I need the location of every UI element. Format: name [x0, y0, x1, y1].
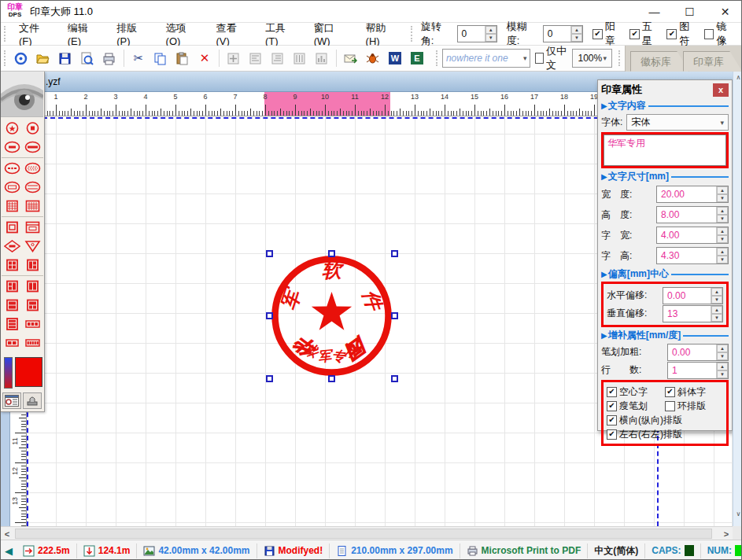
palette-cells-3rows[interactable]: [2, 315, 22, 333]
toggle-镜像[interactable]: 镜像: [704, 20, 736, 48]
stamp-text-input[interactable]: 华军专用: [604, 134, 726, 166]
new-icon[interactable]: [12, 49, 31, 68]
toggle-图符[interactable]: ✔图符: [666, 20, 699, 48]
tab-logo-library[interactable]: 徽标库: [630, 51, 689, 72]
selection-handle[interactable]: [266, 250, 273, 257]
spin-down-icon[interactable]: ▼: [717, 370, 728, 378]
selection-handle[interactable]: [391, 312, 398, 319]
palette-options-button[interactable]: [2, 392, 21, 409]
option-横向(纵向)排版[interactable]: ✔横向(纵向)排版: [607, 413, 723, 427]
palette-cells-vsplit[interactable]: [22, 277, 42, 296]
horizontal-scrollbar[interactable]: < >: [1, 526, 733, 540]
align-indent-icon[interactable]: [268, 49, 287, 68]
toggle-五星[interactable]: ✔五星: [629, 20, 662, 48]
palette-circle-square[interactable]: [22, 119, 42, 138]
preview-icon[interactable]: [78, 49, 97, 68]
status-nav-left-icon[interactable]: ◀: [1, 545, 17, 557]
text-size-row-spinner[interactable]: 4.30▲▼: [656, 247, 729, 264]
selection-handle[interactable]: [328, 250, 335, 257]
toolbar-grip[interactable]: [436, 50, 440, 66]
distribute-icon[interactable]: [290, 49, 309, 68]
open-icon[interactable]: [34, 49, 53, 68]
spin-down-icon[interactable]: ▼: [717, 215, 728, 223]
toggle-阳章[interactable]: ✔阳章: [592, 20, 625, 48]
export-icon[interactable]: [341, 49, 360, 68]
spin-up-icon[interactable]: ▲: [711, 288, 722, 296]
spin-up-icon[interactable]: ▲: [717, 186, 728, 194]
tab-stamp-library[interactable]: 印章库: [683, 51, 742, 72]
palette-cells-2rows[interactable]: [2, 296, 22, 315]
spin-down-icon[interactable]: ▼: [717, 352, 728, 360]
palette-cells-left[interactable]: [2, 277, 22, 296]
palette-ellipse-dotted[interactable]: [22, 159, 42, 178]
blur-spinner[interactable]: 0 ▲▼: [543, 25, 583, 42]
align-left-icon[interactable]: [246, 49, 265, 68]
option-瘦笔划[interactable]: ✔瘦笔划: [607, 399, 665, 413]
palette-cells-2x2[interactable]: [2, 256, 22, 274]
spin-down-icon[interactable]: ▼: [717, 194, 728, 202]
selection-handle[interactable]: [328, 375, 335, 382]
toolbar-grip[interactable]: [411, 26, 415, 42]
cut-icon[interactable]: ✂: [129, 49, 148, 68]
palette-cells-3small[interactable]: [22, 315, 42, 333]
spin-up-icon[interactable]: ▲: [717, 207, 728, 215]
font-select[interactable]: 宋体 ▾: [626, 114, 729, 131]
palette-ellipse-bar[interactable]: [2, 138, 22, 157]
palette-circle-star[interactable]: [2, 119, 22, 138]
color-gradient-bar[interactable]: [4, 357, 13, 389]
toolbar-grip[interactable]: [4, 50, 8, 66]
spin-down-icon[interactable]: ▼: [711, 296, 722, 304]
toolbar-grip[interactable]: [4, 26, 9, 42]
only-chinese-checkbox[interactable]: 仅中文: [535, 44, 567, 72]
option-斜体字[interactable]: ✔斜体字: [665, 385, 723, 399]
palette-ellipse-hatch[interactable]: [22, 178, 42, 197]
option-环排版[interactable]: 环排版: [665, 399, 723, 413]
stamp-tool-button[interactable]: [23, 392, 42, 409]
bug-icon[interactable]: [364, 49, 382, 68]
spin-up-icon[interactable]: ▲: [717, 248, 728, 256]
palette-cells-top[interactable]: [22, 296, 42, 315]
spin-up-icon[interactable]: ▲: [717, 363, 728, 370]
text-size-row-spinner[interactable]: 20.00▲▼: [656, 186, 729, 203]
spin-up-icon[interactable]: ▲: [711, 306, 722, 314]
offset-row-spinner[interactable]: 0.00▲▼: [663, 287, 723, 304]
palette-triangle[interactable]: [22, 237, 42, 256]
stamp-object[interactable]: 军软件华园华军专用: [266, 250, 397, 381]
offset-row-spinner[interactable]: 13▲▼: [663, 305, 723, 322]
font-preview-combo[interactable]: nowhere it one ▾: [442, 49, 531, 68]
paste-icon[interactable]: [173, 49, 192, 68]
text-size-row-spinner[interactable]: 8.00▲▼: [656, 206, 729, 223]
palette-grid-wide[interactable]: [22, 197, 42, 216]
palette-ellipse-dashdot[interactable]: [2, 159, 22, 178]
palette-cells-5small[interactable]: [22, 333, 42, 352]
close-button[interactable]: ✕: [707, 1, 742, 22]
option-左右(右左)排版[interactable]: ✔左右(右左)排版: [607, 427, 723, 441]
save-icon[interactable]: [56, 49, 75, 68]
chart-icon[interactable]: [312, 49, 331, 68]
spin-up-icon[interactable]: ▲: [717, 227, 728, 235]
spin-down-icon[interactable]: ▼: [717, 256, 728, 263]
palette-grid-square[interactable]: [2, 197, 22, 216]
palette-cells-right[interactable]: [22, 256, 42, 274]
palette-rect-topband[interactable]: [22, 218, 42, 237]
word-icon[interactable]: W: [386, 49, 404, 68]
spin-down-icon[interactable]: ▼: [711, 314, 722, 322]
print-icon[interactable]: [100, 49, 119, 68]
spin-down-icon[interactable]: ▼: [717, 235, 728, 243]
palette-ellipse-bar2[interactable]: [2, 178, 22, 197]
spin-up-icon[interactable]: ▲: [717, 344, 728, 352]
palette-cells-2small[interactable]: [2, 333, 22, 352]
extra-row-spinner[interactable]: 0.00▲▼: [667, 344, 729, 361]
text-size-row-spinner[interactable]: 4.00▲▼: [656, 227, 729, 244]
palette-rect-inner[interactable]: [2, 218, 22, 237]
excel-icon[interactable]: E: [408, 49, 426, 68]
minimize-button[interactable]: —: [637, 1, 672, 22]
toolbar-grip[interactable]: [618, 50, 622, 66]
copy-icon[interactable]: [151, 49, 170, 68]
panel-close-button[interactable]: x: [713, 83, 729, 97]
zoom-combo[interactable]: 100% ▾: [572, 49, 612, 68]
selection-handle[interactable]: [391, 375, 398, 382]
extra-row-spinner[interactable]: 1▲▼: [667, 362, 729, 379]
delete-icon[interactable]: ✕: [195, 49, 214, 68]
selection-handle[interactable]: [391, 250, 398, 257]
